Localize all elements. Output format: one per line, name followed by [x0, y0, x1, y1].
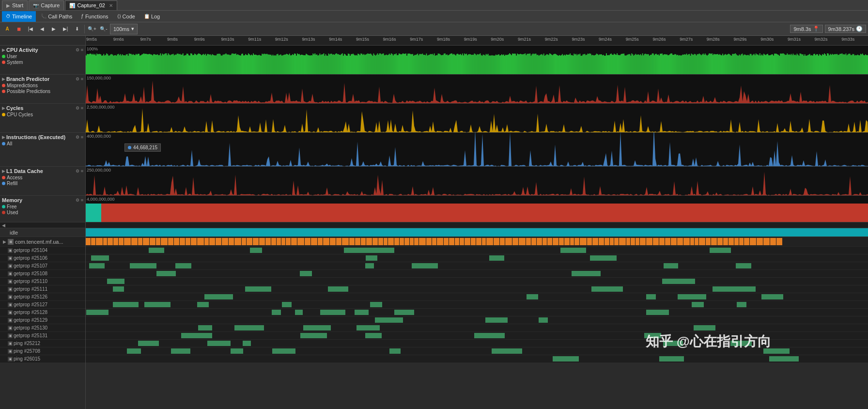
- svg-rect-766: [835, 54, 836, 74]
- scroll-handle-row[interactable]: [86, 222, 868, 228]
- svg-rect-684: [755, 55, 756, 74]
- svg-rect-446: [522, 54, 523, 74]
- toolbar-btn-zoomin[interactable]: 🔍+: [87, 24, 97, 34]
- branch-expand-icon[interactable]: ▶: [2, 77, 5, 81]
- svg-rect-674: [745, 55, 746, 74]
- svg-rect-782: [851, 55, 852, 74]
- toolbar-btn-a[interactable]: A: [2, 24, 13, 34]
- process-segment: [277, 238, 281, 245]
- cpu-settings-icon[interactable]: ⚙: [76, 47, 79, 52]
- menu-functions[interactable]: ƒ Functions: [77, 11, 112, 22]
- svg-rect-348: [426, 54, 427, 74]
- process-segment: [449, 238, 454, 245]
- svg-rect-424: [500, 55, 501, 74]
- branch-settings-icon[interactable]: ⚙: [76, 77, 79, 81]
- svg-rect-487: [562, 54, 563, 74]
- svg-rect-639: [711, 54, 712, 74]
- menu-callpaths[interactable]: 📞 Call Paths: [37, 11, 76, 22]
- l1-expand-icon[interactable]: ▶: [2, 169, 5, 173]
- svg-rect-408: [485, 55, 486, 74]
- callpaths-icon: 📞: [41, 14, 46, 19]
- instructions-settings-icon[interactable]: ⚙: [76, 135, 79, 140]
- toolbar-btn-fwd[interactable]: ▶: [48, 24, 59, 34]
- process-segment: [665, 238, 670, 245]
- l1-settings-icon[interactable]: ⚙: [76, 169, 79, 173]
- close-icon[interactable]: ✕: [109, 3, 113, 8]
- toolbar-time-dropdown[interactable]: 100ms ▾: [110, 24, 138, 34]
- cycles-more-icon[interactable]: ≡: [81, 106, 83, 110]
- process-expand-icon[interactable]: ▶: [3, 239, 6, 244]
- svg-rect-228: [309, 55, 310, 74]
- svg-rect-155: [237, 54, 238, 74]
- svg-rect-456: [532, 54, 533, 74]
- menu-code[interactable]: ⟨⟩ Code: [113, 11, 139, 22]
- cycles-settings-icon[interactable]: ⚙: [76, 106, 79, 110]
- svg-rect-604: [676, 55, 677, 74]
- process-segment: [671, 238, 677, 245]
- l1-label-icons: ⚙ ≡: [76, 169, 83, 173]
- task-segment: [763, 348, 790, 354]
- toolbar-btn-down[interactable]: ⬇: [72, 24, 82, 34]
- instructions-more-icon[interactable]: ≡: [81, 135, 83, 140]
- svg-rect-375: [452, 54, 453, 74]
- svg-rect-362: [440, 54, 441, 74]
- svg-rect-531: [605, 56, 606, 74]
- menu-log[interactable]: 📋 Log: [140, 11, 164, 22]
- svg-rect-287: [366, 54, 367, 74]
- svg-rect-618: [690, 56, 691, 74]
- cpu-more-icon[interactable]: ≡: [81, 47, 83, 52]
- svg-rect-615: [687, 55, 688, 74]
- memory-settings-icon[interactable]: ⚙: [76, 198, 79, 203]
- svg-rect-93: [177, 54, 178, 74]
- toolbar-btn-zoomout[interactable]: 🔍-: [98, 24, 109, 34]
- task-segment: [89, 263, 105, 268]
- svg-rect-218: [299, 54, 300, 74]
- svg-rect-559: [632, 54, 633, 74]
- branch-more-icon[interactable]: ≡: [81, 77, 83, 81]
- toolbar-btn-next[interactable]: ▶|: [60, 24, 71, 34]
- svg-rect-79: [163, 55, 164, 74]
- memory-more-icon[interactable]: ≡: [81, 198, 83, 203]
- svg-rect-76: [160, 53, 161, 74]
- svg-rect-60: [144, 54, 145, 74]
- svg-rect-240: [321, 55, 322, 74]
- tab-start[interactable]: ▶ Start: [2, 0, 28, 10]
- toolbar-btn-back[interactable]: ◀: [37, 24, 47, 34]
- instructions-expand-icon[interactable]: ▶: [2, 135, 5, 140]
- svg-rect-557: [630, 56, 631, 74]
- l1-more-icon[interactable]: ≡: [81, 169, 83, 173]
- svg-rect-400: [477, 54, 478, 74]
- toolbar-btn-record[interactable]: ◼: [14, 24, 24, 34]
- branch-legend-possible: Possible Predictions: [2, 89, 83, 94]
- svg-rect-385: [462, 53, 463, 74]
- process-segment: [318, 238, 323, 245]
- branch-chart: 150,000,000: [86, 75, 868, 104]
- svg-rect-637: [709, 53, 710, 74]
- cycles-expand-icon[interactable]: ▶: [2, 106, 5, 110]
- cpu-expand-icon[interactable]: ▶: [2, 47, 5, 52]
- tab-capture02[interactable]: 📊 Capture_02 ✕: [65, 0, 117, 10]
- svg-rect-495: [570, 53, 571, 74]
- time-range-start: 9m8.3s 📍: [790, 25, 822, 33]
- menu-log-label: Log: [151, 14, 160, 19]
- process-segment: [592, 238, 598, 245]
- svg-rect-688: [759, 55, 760, 74]
- process-segment: [410, 238, 414, 245]
- scroll-collapse[interactable]: ◀: [0, 222, 85, 228]
- process-segment: [186, 238, 190, 245]
- toolbar-btn-prev[interactable]: |◀: [25, 24, 36, 34]
- svg-rect-780: [849, 54, 850, 74]
- svg-rect-435: [511, 55, 512, 74]
- tab-capture[interactable]: 📷 Capture: [29, 0, 64, 10]
- task-label-text: getprop #25128: [14, 310, 47, 315]
- svg-rect-630: [702, 54, 703, 74]
- menu-callpaths-label: Call Paths: [48, 14, 72, 19]
- svg-rect-268: [348, 54, 349, 74]
- svg-rect-422: [498, 54, 499, 74]
- menu-timeline[interactable]: ⏱ Timeline: [2, 11, 36, 22]
- task-label-row: ▣getprop #25127: [0, 301, 85, 309]
- svg-rect-700: [770, 55, 771, 74]
- cpu-legend-system: System: [2, 60, 83, 65]
- svg-rect-479: [554, 54, 555, 74]
- svg-rect-239: [319, 53, 320, 74]
